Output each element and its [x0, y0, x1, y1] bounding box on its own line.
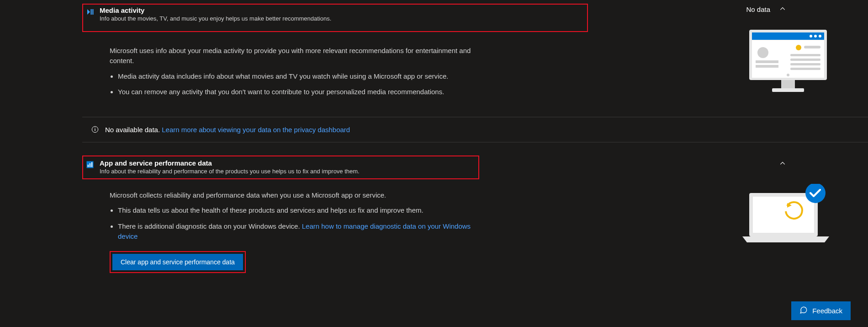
svg-rect-1 — [92, 9, 93, 15]
media-intro-text: Microsoft uses info about your media act… — [110, 46, 484, 66]
svg-rect-21 — [95, 129, 95, 131]
svg-rect-22 — [95, 128, 95, 128]
perf-illustration — [740, 184, 831, 249]
media-activity-title: Media activity — [100, 6, 331, 14]
svg-rect-12 — [804, 46, 820, 48]
feedback-icon — [799, 306, 808, 316]
media-illustration — [745, 27, 831, 97]
svg-point-5 — [810, 35, 812, 38]
svg-point-8 — [757, 47, 768, 58]
info-icon — [91, 126, 99, 133]
chevron-up-icon[interactable] — [779, 5, 786, 13]
svg-rect-3 — [752, 32, 824, 40]
svg-rect-18 — [781, 80, 795, 88]
svg-marker-30 — [742, 236, 829, 242]
no-data-info-bar: No available data. Learn more about view… — [82, 117, 868, 142]
svg-rect-13 — [790, 54, 820, 56]
svg-rect-15 — [790, 63, 820, 65]
perf-title: App and service performance data — [100, 159, 360, 167]
feedback-label: Feedback — [812, 307, 842, 315]
svg-rect-10 — [756, 65, 778, 68]
media-play-icon — [86, 8, 94, 16]
perf-desc: Info about the reliability and performan… — [100, 168, 360, 175]
media-activity-desc: Info about the movies, TV, and music you… — [100, 15, 331, 22]
svg-rect-28 — [753, 197, 814, 233]
svg-rect-0 — [91, 9, 92, 15]
no-available-data-text: No available data. — [105, 126, 160, 134]
media-bullet-1: Media activity data includes info about … — [118, 71, 484, 82]
bar-chart-icon — [86, 161, 94, 169]
svg-rect-26 — [91, 162, 92, 167]
perf-bullet-2: There is additional diagnostic data on y… — [118, 221, 484, 242]
svg-rect-19 — [772, 88, 804, 92]
svg-point-4 — [814, 35, 817, 38]
svg-rect-9 — [756, 60, 778, 63]
media-bullet-2: You can remove any activity that you don… — [118, 87, 484, 97]
svg-rect-25 — [90, 163, 90, 167]
chevron-up-icon[interactable] — [779, 160, 786, 168]
perf-bullet-1: This data tells us about the health of t… — [118, 205, 484, 216]
svg-rect-16 — [790, 68, 820, 70]
clear-performance-data-button[interactable]: Clear app and service performance data — [112, 254, 243, 270]
svg-point-11 — [796, 45, 801, 50]
svg-point-6 — [819, 35, 821, 38]
perf-intro-text: Microsoft collects reliability and perfo… — [110, 190, 484, 200]
media-status-label: No data — [746, 5, 770, 13]
svg-rect-14 — [790, 59, 820, 61]
svg-point-17 — [787, 74, 789, 76]
svg-rect-24 — [88, 165, 89, 167]
learn-more-privacy-link[interactable]: Learn more about viewing your data on th… — [162, 126, 350, 134]
feedback-button[interactable]: Feedback — [791, 301, 851, 320]
